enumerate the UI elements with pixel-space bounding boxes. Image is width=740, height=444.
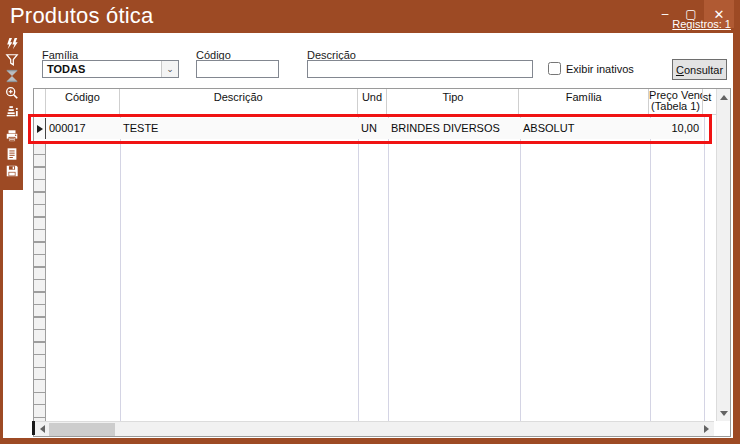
column-header-preco-venda[interactable]: Preço Venda(Tabela 1) [649,89,703,114]
print-icon [5,129,19,143]
scroll-right-button[interactable] [700,422,713,436]
scroll-down-button[interactable] [717,406,730,420]
zoom-icon [5,86,19,100]
record-selector-column [34,143,46,421]
vertical-scrollbar[interactable] [716,89,730,421]
descricao-input[interactable] [307,60,533,78]
registros-link[interactable]: Registros: 1 [672,18,731,30]
toolbar-sidebar [0,33,23,190]
zoom-button[interactable] [3,85,20,101]
indicator-header-cell [34,89,46,114]
exibir-inativos-checkbox[interactable] [548,62,561,75]
refresh-button[interactable] [3,36,20,52]
scroll-down-icon [720,411,728,416]
column-separator [388,115,389,421]
column-separator [650,115,651,421]
save-button[interactable] [3,163,20,179]
codigo-input[interactable] [196,60,279,78]
print-button[interactable] [3,128,20,144]
familia-value: TODAS [43,63,161,75]
chart-button[interactable] [3,103,20,119]
filter-button[interactable] [3,52,20,68]
scroll-left-button[interactable] [36,422,49,436]
save-icon [5,164,19,178]
minimize-icon: – [662,7,669,21]
column-header-descricao[interactable]: Descrição [120,89,358,114]
column-header-familia[interactable]: Família [519,89,649,114]
preco-venda-line2: (Tabela 1) [649,101,702,112]
hourglass-button[interactable] [3,68,20,84]
column-header-codigo[interactable]: Código [46,89,120,114]
filter-icon [5,53,19,67]
hourglass-icon [5,69,19,83]
highlight-annotation-box [28,114,712,144]
horizontal-scroll-thumb[interactable] [49,423,115,436]
column-separator [358,115,359,421]
consultar-button[interactable]: Consultar [672,59,727,80]
grid-header-row: Código Descrição Und Tipo Família Preço … [34,89,716,115]
consultar-label-underline: C [676,64,684,76]
report-icon [5,147,19,161]
chevron-down-icon[interactable]: ⌄ [161,61,178,77]
title-bar: Produtos ótica – ▢ ✕ Registros: 1 [0,0,740,33]
chart-icon [5,104,19,118]
column-header-und[interactable]: Und [358,89,388,114]
column-header-clipped[interactable]: st [703,89,716,114]
scroll-left-icon [40,425,45,433]
scroll-right-icon [704,425,709,433]
grid-edge-mark [32,421,35,435]
familia-select[interactable]: TODAS ⌄ [42,60,179,78]
column-separator [704,115,705,421]
exibir-inativos-label: Exibir inativos [566,63,634,75]
report-button[interactable] [3,146,20,162]
app-window: Produtos ótica – ▢ ✕ Registros: 1 [0,0,740,444]
products-grid: Código Descrição Und Tipo Família Preço … [33,88,731,437]
column-separator [520,115,521,421]
horizontal-scrollbar[interactable] [35,421,714,436]
column-header-tipo[interactable]: Tipo [387,89,519,114]
page-title: Produtos ótica [10,3,153,29]
column-separator [120,115,121,421]
scroll-up-button[interactable] [717,90,730,104]
refresh-icon [5,37,19,51]
scroll-up-icon [720,95,728,100]
consultar-label-rest: onsultar [684,64,723,76]
